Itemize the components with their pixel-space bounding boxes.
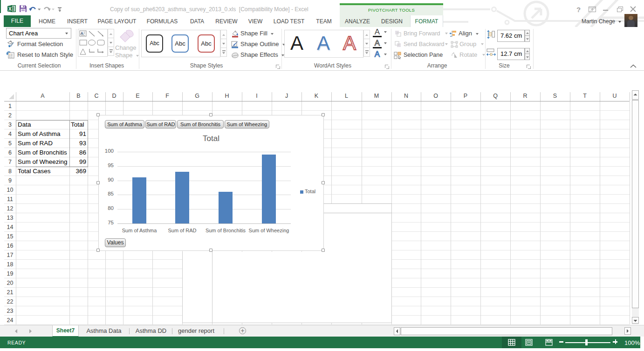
- svg-text:A: A: [81, 31, 83, 35]
- svg-text:X: X: [8, 7, 12, 12]
